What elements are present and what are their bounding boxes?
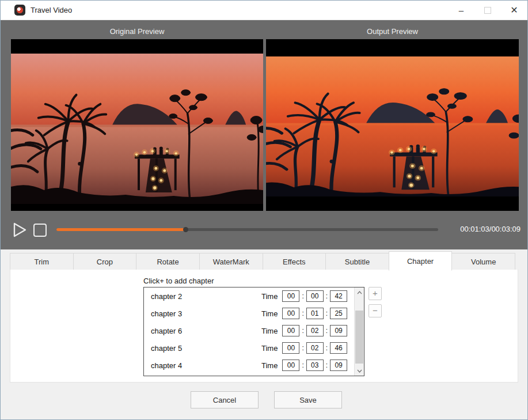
time-label: Time xyxy=(261,327,278,335)
time-separator: : xyxy=(302,292,303,300)
play-button[interactable] xyxy=(13,222,28,238)
chapter-row[interactable]: chapter 5 Time : : xyxy=(144,339,364,357)
time-group: Time : : xyxy=(261,360,347,371)
chapter-seconds-input[interactable] xyxy=(330,325,347,336)
sunset-scene-original xyxy=(11,54,263,204)
tab-volume[interactable]: Volume xyxy=(451,253,515,270)
original-video-preview xyxy=(11,39,263,211)
time-label: Time xyxy=(261,309,278,318)
chapter-minutes-input[interactable] xyxy=(306,308,324,319)
scrollbar-thumb[interactable] xyxy=(355,311,363,364)
tab-watermark[interactable]: WaterMark xyxy=(199,253,263,270)
cancel-button[interactable]: Cancel xyxy=(191,391,259,408)
chapter-row[interactable]: chapter 4 Time : : xyxy=(144,357,364,374)
chapter-seconds-input[interactable] xyxy=(330,342,347,354)
time-separator: : xyxy=(302,327,303,335)
progress-bar[interactable] xyxy=(56,228,438,231)
time-separator: : xyxy=(326,292,328,300)
maximize-button[interactable] xyxy=(474,1,501,20)
chapter-name: chapter 2 xyxy=(151,292,254,301)
window-title: Travel Video xyxy=(31,6,72,14)
progress-fill[interactable] xyxy=(56,228,186,231)
tab-chapter[interactable]: Chapter xyxy=(389,251,453,271)
chapter-panel: Click+ to add chapter chapter 2 Time : :… xyxy=(10,270,518,383)
chapter-hours-input[interactable] xyxy=(282,290,299,302)
time-separator: : xyxy=(302,361,303,369)
output-video-frame xyxy=(266,56,519,196)
time-separator: : xyxy=(302,309,303,317)
chapter-minutes-input[interactable] xyxy=(306,325,324,336)
chapter-name: chapter 3 xyxy=(151,309,254,318)
chapter-name: chapter 4 xyxy=(151,361,254,370)
close-button[interactable]: ✕ xyxy=(501,1,527,20)
chapter-seconds-input[interactable] xyxy=(330,308,347,319)
chapter-list-scrollbar[interactable] xyxy=(354,287,364,376)
time-separator: : xyxy=(326,327,328,335)
scroll-down-button[interactable] xyxy=(355,366,364,375)
tab-effects[interactable]: Effects xyxy=(263,253,326,270)
close-icon: ✕ xyxy=(510,5,518,16)
add-chapter-hint: Click+ to add chapter xyxy=(143,277,214,285)
time-label: Time xyxy=(261,292,278,301)
save-button[interactable]: Save xyxy=(274,391,342,408)
add-chapter-button[interactable]: + xyxy=(369,287,382,300)
tab-rotate[interactable]: Rotate xyxy=(136,253,200,270)
titlebar: Travel Video – ✕ xyxy=(1,1,527,20)
chapter-seconds-input[interactable] xyxy=(330,290,347,302)
chapter-minutes-input[interactable] xyxy=(306,342,324,354)
output-preview-label: Output Preview xyxy=(266,27,519,36)
stop-button[interactable] xyxy=(33,224,47,237)
time-separator: : xyxy=(326,361,328,369)
tab-strip: Trim Crop Rotate WaterMark Effects Subti… xyxy=(10,253,515,270)
time-display: 00:01:03/00:03:09 xyxy=(460,225,521,233)
chapter-hours-input[interactable] xyxy=(282,342,299,354)
original-video-frame xyxy=(11,54,263,204)
app-icon xyxy=(14,5,25,16)
minimize-button[interactable]: – xyxy=(448,1,474,20)
app-window: Travel Video – ✕ Original Preview Output… xyxy=(0,0,528,420)
plus-icon: + xyxy=(373,288,378,298)
preview-area: Original Preview Output Preview xyxy=(1,20,527,249)
chapter-hours-input[interactable] xyxy=(282,325,299,336)
tab-crop[interactable]: Crop xyxy=(73,253,137,270)
time-label: Time xyxy=(261,361,278,370)
chapter-hours-input[interactable] xyxy=(282,360,299,371)
chapter-row[interactable]: chapter 2 Time : : xyxy=(144,287,364,305)
chapter-row[interactable]: chapter 6 Time : : xyxy=(144,322,364,339)
sunset-scene-output xyxy=(266,56,519,196)
time-separator: : xyxy=(326,344,328,352)
maximize-icon xyxy=(484,7,491,14)
chapter-row[interactable]: chapter 3 Time : : xyxy=(144,305,364,322)
tab-subtitle[interactable]: Subtitle xyxy=(325,253,389,270)
tab-trim[interactable]: Trim xyxy=(10,253,74,270)
scroll-up-button[interactable] xyxy=(355,288,364,297)
play-icon xyxy=(13,222,28,238)
remove-chapter-button[interactable]: − xyxy=(369,304,382,317)
chapter-list: chapter 2 Time : : chapter 3 Time : xyxy=(143,287,364,376)
output-video-preview xyxy=(266,39,519,211)
chapter-hours-input[interactable] xyxy=(282,308,299,319)
chapter-minutes-input[interactable] xyxy=(306,290,324,302)
minus-icon: − xyxy=(373,305,378,315)
chapter-name: chapter 5 xyxy=(151,344,254,353)
chapter-name: chapter 6 xyxy=(151,327,254,335)
chevron-down-icon xyxy=(357,369,362,373)
time-group: Time : : xyxy=(261,290,347,302)
time-group: Time : : xyxy=(261,308,347,319)
chevron-up-icon xyxy=(357,291,362,294)
original-preview-label: Original Preview xyxy=(11,27,263,36)
time-group: Time : : xyxy=(261,342,347,354)
time-separator: : xyxy=(302,344,303,352)
time-label: Time xyxy=(261,344,278,353)
minimize-icon: – xyxy=(459,5,464,15)
chapter-minutes-input[interactable] xyxy=(306,360,324,371)
time-separator: : xyxy=(326,309,328,317)
time-group: Time : : xyxy=(261,325,347,336)
chapter-seconds-input[interactable] xyxy=(330,360,347,371)
